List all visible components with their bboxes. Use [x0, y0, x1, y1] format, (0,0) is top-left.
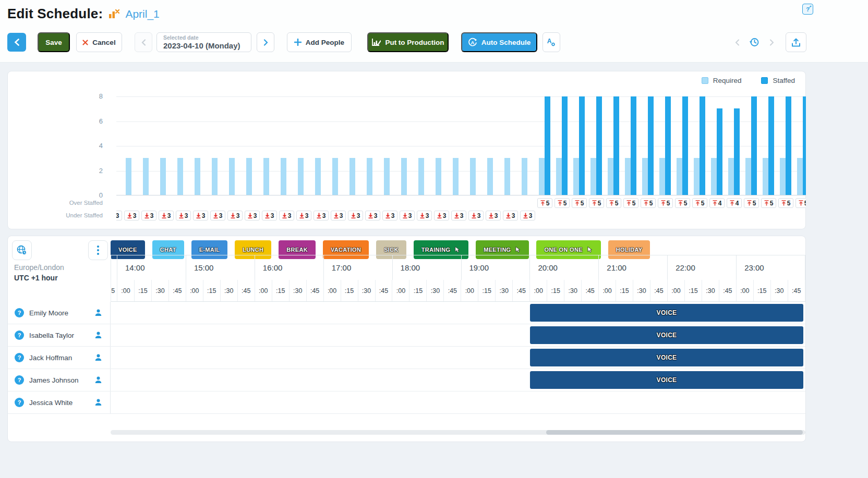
quarter-header-cell[interactable]: :45 [444, 280, 461, 301]
employee-name-cell[interactable]: ?Jack Hoffman [8, 347, 111, 369]
export-button[interactable] [786, 32, 806, 52]
employee-name-cell[interactable]: ?Jessica White [8, 391, 111, 413]
timezone-button[interactable] [12, 240, 32, 260]
quarter-header-cell[interactable]: :30 [633, 280, 650, 301]
selected-date-field[interactable]: Selected date 2023-04-10 (Monday) [156, 32, 251, 52]
quarter-header-cell[interactable]: :00 [186, 280, 203, 301]
under-staffed-badge: 3 [296, 211, 311, 220]
quarter-header-cell[interactable]: :15 [685, 280, 702, 301]
quarter-header-cell[interactable]: :30 [358, 280, 376, 301]
person-icon[interactable] [94, 376, 103, 384]
quarter-header-cell[interactable]: :45 [719, 280, 737, 301]
text-settings-button[interactable]: A [542, 32, 560, 52]
badge-value: 3 [167, 212, 171, 219]
quarter-header-cell[interactable]: :15 [478, 280, 496, 301]
person-icon[interactable] [94, 398, 103, 407]
next-day-button[interactable] [257, 32, 274, 52]
quarter-header-cell[interactable]: :15 [409, 280, 427, 301]
quarter-header-cell[interactable]: :15 [754, 280, 771, 301]
quarter-header-cell[interactable]: :30 [496, 280, 513, 301]
quarter-header-cell[interactable]: :30 [427, 280, 444, 301]
quarter-header-cell[interactable]: :30 [221, 280, 238, 301]
arrow-down-bar-icon [437, 213, 442, 218]
quarter-header-cell[interactable]: :30 [564, 280, 582, 301]
cancel-button[interactable]: Cancel [76, 32, 122, 52]
under-staffed-badge: 3 [468, 211, 484, 220]
employee-name-cell[interactable]: ?James Johnson [8, 369, 111, 391]
person-icon[interactable] [94, 353, 103, 362]
shift-bar-voice[interactable]: VOICE [530, 304, 803, 322]
quarter-header-cell[interactable]: :15 [341, 280, 358, 301]
employee-name-cell[interactable]: ?Isabella Taylor [8, 324, 111, 346]
shift-label: VOICE [657, 332, 677, 339]
activity-chip-label: SICK [384, 247, 398, 253]
quarter-header-cell[interactable]: :00 [599, 280, 616, 301]
prev-day-button[interactable] [135, 32, 152, 52]
quarter-header-cell[interactable]: :45 [788, 280, 805, 301]
schedule-lane[interactable]: VOICE [111, 302, 805, 324]
plus-icon [294, 39, 302, 46]
employee-info-icon[interactable]: ? [15, 375, 24, 385]
quarter-header-cell[interactable]: :45 [238, 280, 255, 301]
quarter-header-cell[interactable]: :15 [547, 280, 564, 301]
quarter-header-cell[interactable]: :45 [169, 280, 186, 301]
help-icon[interactable]: ?➚ [802, 4, 813, 15]
employee-info-icon[interactable]: ? [15, 353, 24, 362]
scrollbar-thumb[interactable] [546, 430, 803, 435]
employee-info-icon[interactable]: ? [15, 308, 24, 317]
put-to-production-button[interactable]: Put to Production [367, 32, 449, 52]
arrow-down-bar-icon [127, 213, 132, 218]
schedule-name-link[interactable]: April_1 [125, 8, 159, 20]
shift-bar-voice[interactable]: VOICE [530, 371, 803, 389]
quarter-header-cell[interactable]: :45 [582, 280, 599, 301]
quarter-header-cell[interactable]: :15 [272, 280, 290, 301]
person-icon[interactable] [94, 331, 103, 339]
quarter-header-cell[interactable]: :45 [513, 280, 530, 301]
legend-required[interactable]: Required [702, 77, 742, 84]
quarter-header-cell[interactable]: :45 [307, 280, 324, 301]
add-people-button[interactable]: Add People [287, 32, 352, 52]
quarter-header-cell[interactable]: :15 [616, 280, 633, 301]
schedule-lane[interactable]: VOICE [111, 324, 805, 346]
save-button[interactable]: Save [38, 32, 70, 52]
quarter-header-cell[interactable]: :15 [135, 280, 152, 301]
quarter-header-cell[interactable]: :00 [117, 280, 135, 301]
quarter-header-cell[interactable]: :30 [702, 280, 719, 301]
quarter-header-cell[interactable]: :30 [152, 280, 169, 301]
schedule-lane[interactable] [111, 391, 805, 413]
history-back-button[interactable] [730, 32, 744, 52]
quarter-header-cell[interactable]: :00 [530, 280, 547, 301]
quarter-header-cell[interactable]: :00 [255, 280, 272, 301]
quarter-header-cell[interactable]: :00 [324, 280, 341, 301]
arrow-down-bar-icon [144, 213, 149, 218]
quarter-header-cell[interactable]: :15 [203, 280, 221, 301]
auto-schedule-button[interactable]: A Auto Schedule [461, 32, 537, 52]
quarter-header-cell[interactable]: :30 [771, 280, 788, 301]
shift-bar-voice[interactable]: VOICE [530, 349, 803, 366]
activity-chip-label: VACATION [331, 247, 361, 253]
quarter-header-cell[interactable]: :30 [290, 280, 307, 301]
quarter-header-cell[interactable]: :45 [650, 280, 668, 301]
activities-menu-button[interactable] [88, 240, 108, 260]
quarter-header-cell[interactable]: :00 [392, 280, 409, 301]
required-bar [625, 158, 631, 195]
person-icon[interactable] [94, 309, 103, 317]
quarter-label: :00 [534, 287, 543, 295]
history-forward-button[interactable] [765, 32, 778, 52]
employee-name-cell[interactable]: ?Emily Moore [8, 302, 111, 324]
quarter-header-cell[interactable]: :00 [461, 280, 478, 301]
arrow-down-bar-icon [368, 213, 373, 218]
shift-bar-voice[interactable]: VOICE [530, 326, 803, 344]
legend-staffed[interactable]: Staffed [761, 77, 795, 84]
quarter-header-cell[interactable]: :00 [668, 280, 685, 301]
history-button[interactable] [746, 32, 763, 52]
horizontal-scrollbar[interactable] [111, 430, 805, 435]
quarter-header-cell[interactable]: :00 [737, 280, 754, 301]
under-staffed-row: 3333333333333333333333333 [116, 211, 806, 221]
schedule-lane[interactable]: VOICE [111, 369, 805, 391]
quarter-header-cell[interactable]: :45 [376, 280, 393, 301]
back-button[interactable] [7, 33, 26, 52]
employee-info-icon[interactable]: ? [15, 398, 24, 407]
employee-info-icon[interactable]: ? [15, 330, 24, 340]
schedule-lane[interactable]: VOICE [111, 347, 805, 369]
